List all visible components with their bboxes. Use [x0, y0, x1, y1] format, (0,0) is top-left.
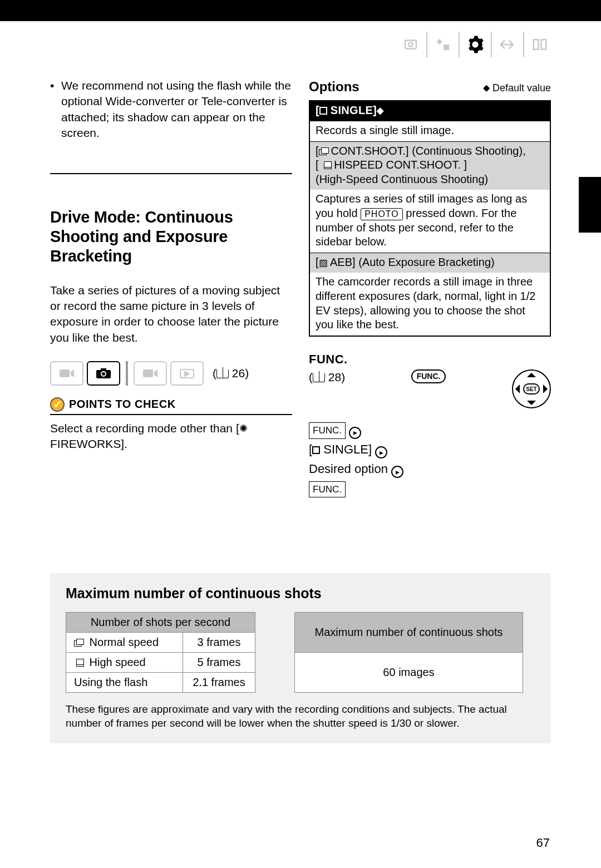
mode-video-icon — [50, 361, 83, 386]
points-divider — [50, 414, 292, 415]
tab-icon-2 — [427, 32, 459, 57]
option-single-header: [ SINGLE]◆ — [310, 101, 550, 121]
svg-rect-0 — [405, 41, 416, 49]
top-black-bar — [0, 0, 601, 21]
left-column: We recommend not using the flash while t… — [50, 78, 292, 498]
svg-point-1 — [408, 42, 413, 47]
options-title: Options — [309, 78, 359, 96]
select-arrow-icon: ▸ — [349, 427, 361, 439]
svg-rect-6 — [101, 368, 106, 371]
max-shots-box: Maximum number of continuous shots Numbe… — [50, 573, 551, 743]
options-table: [ SINGLE]◆ Records a single still image.… — [309, 100, 551, 336]
points-to-check-header: ✓ POINTS TO CHECK — [50, 397, 292, 412]
table-header: Number of shots per second — [66, 612, 255, 632]
check-icon: ✓ — [50, 397, 65, 412]
dpad-set-label: SET — [523, 383, 540, 394]
section-heading: Drive Mode: Continuous Shooting and Expo… — [50, 208, 292, 265]
section-divider — [50, 173, 292, 174]
select-arrow-icon: ▸ — [391, 466, 403, 478]
tab-icon-1 — [395, 32, 426, 57]
burst-icon — [74, 639, 84, 647]
right-column: Options ◆ Default value [ SINGLE]◆ Recor… — [309, 78, 551, 498]
hispeed-burst-icon — [322, 161, 332, 169]
photo-button-box: PHOTO — [361, 208, 403, 220]
table-row: Normal speed3 frames — [66, 632, 255, 652]
page-number: 67 — [536, 835, 550, 851]
option-aeb-header: [▨ AEB] (Auto Exposure Bracketing) — [310, 253, 550, 273]
tab-icon-5 — [524, 32, 555, 57]
mode-playback-photo-icon — [170, 361, 204, 386]
recommendation-bullet: We recommend not using the flash while t… — [50, 78, 292, 141]
book-ref-icon — [216, 369, 229, 378]
mode-playback-video-icon — [134, 361, 167, 386]
chapter-tab-icons — [395, 31, 555, 58]
max-shots-table: Maximum number of continuous shots 60 im… — [294, 612, 523, 693]
dpad-icon: SET — [512, 369, 551, 408]
func-oval-button: FUNC. — [411, 369, 446, 383]
section-intro: Take a series of pictures of a moving su… — [50, 283, 292, 346]
shots-per-second-table: Number of shots per second Normal speed3… — [66, 612, 255, 693]
func-box-2: FUNC. — [309, 481, 346, 497]
option-aeb-desc: The camcorder records a still image in t… — [310, 273, 550, 335]
svg-point-5 — [102, 372, 105, 376]
table-row: High speed5 frames — [66, 652, 255, 672]
book-ref-icon — [313, 373, 325, 382]
hispeed-burst-icon — [74, 659, 84, 667]
tab-icon-4 — [492, 32, 523, 57]
points-to-check-label: POINTS TO CHECK — [69, 397, 176, 412]
option-cont-header: [CONT.SHOOT.] (Continuous Shooting), [ H… — [310, 141, 550, 190]
fireworks-icon: ✺ — [239, 422, 248, 435]
option-single-desc: Records a single still image. — [310, 121, 550, 141]
svg-rect-7 — [143, 369, 153, 377]
default-value-note: ◆ Default value — [483, 81, 551, 95]
burst-icon — [319, 147, 329, 155]
mode-icons-row: ( 26) — [50, 361, 292, 386]
page-content: We recommend not using the flash while t… — [50, 78, 551, 846]
func-page-ref: ( 28) — [309, 369, 345, 385]
select-arrow-icon: ▸ — [375, 446, 387, 458]
tab-icon-active — [460, 32, 491, 57]
func-box-1: FUNC. — [309, 422, 346, 438]
max-shots-title: Maximum number of continuous shots — [66, 584, 535, 603]
option-cont-desc: Captures a series of still images as lon… — [310, 190, 550, 252]
table-row: Using the flash2.1 frames — [66, 672, 255, 692]
chapter-side-tab — [579, 177, 601, 233]
mode-page-ref: 26 — [232, 367, 245, 379]
points-text: Select a recording mode other than [✺ FI… — [50, 421, 292, 452]
operation-steps: FUNC. ▸ [ SINGLE] ▸ Desired option ▸ FUN… — [309, 420, 551, 498]
table-row: 60 images — [295, 652, 523, 692]
mode-photo-icon — [87, 361, 120, 386]
func-heading: FUNC. — [309, 351, 551, 368]
table-footnote: These figures are approximate and vary w… — [66, 703, 535, 730]
table-header: Maximum number of continuous shots — [295, 612, 523, 652]
svg-rect-2 — [60, 369, 70, 377]
